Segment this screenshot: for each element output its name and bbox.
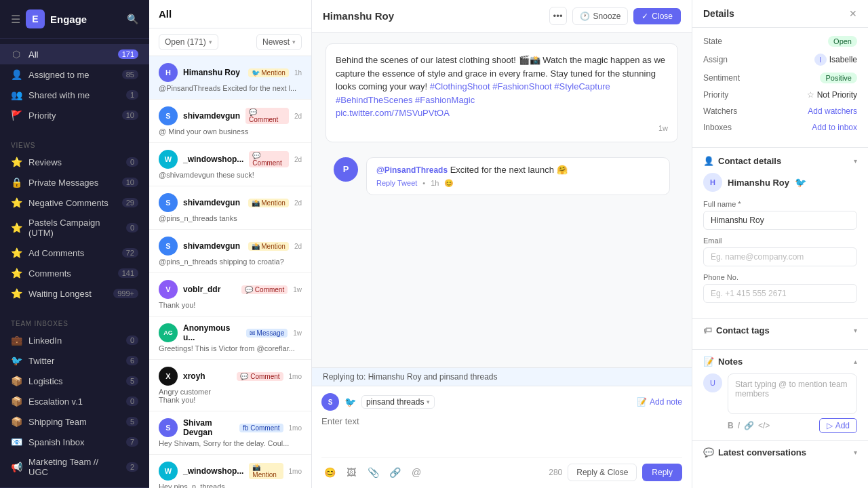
email-label: Email: [703, 237, 857, 245]
nav-item-marketing[interactable]: 📢 Marketing Team // UGC 2: [0, 452, 149, 482]
conv-top-row: S shivamdevgun 💬 Comment 2d: [159, 106, 302, 125]
nav-item-private[interactable]: 🔒 Private Messages 10: [0, 172, 149, 192]
reply-emoji[interactable]: 😊: [444, 179, 454, 188]
nav-item-comments[interactable]: ⭐ Comments 141: [0, 263, 149, 283]
comments-icon: ⭐: [11, 268, 22, 279]
conv-name: shivamdevgun: [183, 198, 243, 207]
latest-conv-header[interactable]: 💬 Latest conversations ▾: [703, 447, 857, 458]
list-item[interactable]: W _windowshop... 📸 Mention 1mo Hey pins_…: [149, 455, 311, 488]
notes-code-button[interactable]: </>: [758, 421, 770, 430]
list-item[interactable]: S shivamdevgun 📸 Mention 2d @pins_n_thre…: [149, 230, 311, 273]
priority-row: Priority ☆ Not Priority: [703, 90, 857, 100]
priority-value[interactable]: ☆ Not Priority: [807, 90, 857, 100]
conv-preview: @shivamdevgun these suck!: [159, 171, 302, 179]
add-note-button[interactable]: 📝 Add note: [637, 397, 682, 407]
list-item[interactable]: S Shivam Devgan fb Comment 1mo Hey Shiva…: [149, 411, 311, 455]
list-item[interactable]: AG Anonymous u... ✉ Message 1w Greetings…: [149, 317, 311, 360]
close-button[interactable]: ✓ Close: [633, 8, 681, 24]
search-button[interactable]: 🔍: [127, 14, 138, 24]
conv-time: 2d: [294, 243, 302, 250]
notes-italic-button[interactable]: I: [738, 421, 740, 430]
phone-input[interactable]: [703, 284, 857, 303]
notes-input[interactable]: Start typing @ to mention team members: [728, 373, 857, 414]
state-value[interactable]: Open: [828, 36, 857, 47]
nav-item-negative[interactable]: ⭐ Negative Comments 29: [0, 192, 149, 213]
reply-textarea[interactable]: [321, 416, 682, 450]
avatar: S: [159, 193, 178, 212]
more-options-button[interactable]: •••: [549, 7, 567, 25]
newest-filter-button[interactable]: Newest ▾: [256, 34, 302, 50]
nav-item-assigned[interactable]: 👤 Assigned to me 85: [0, 64, 149, 85]
attachment-button[interactable]: 📎: [365, 464, 381, 481]
conv-name: shivamdevgun: [183, 241, 243, 251]
details-panel: Details ✕ State Open Assign I Isabelle S…: [692, 0, 868, 488]
image-button[interactable]: 🔗: [387, 464, 403, 481]
tweet-hashtag[interactable]: #ClothingShoot #FashionShoot #StyleCaptu…: [336, 81, 610, 105]
nav-item-shared[interactable]: 👥 Shared with me 1: [0, 85, 149, 105]
char-count: 280: [549, 468, 562, 477]
tweet-link[interactable]: pic.twitter.com/7MSVuPVtOA: [336, 108, 450, 118]
watchers-value[interactable]: Add watchers: [808, 106, 857, 116]
contact-name-display: Himanshu Roy: [728, 178, 789, 188]
app-logo: E: [26, 9, 45, 28]
nav-label-twitter: Twitter: [28, 356, 119, 366]
notes-add-button[interactable]: ▷ Add: [819, 418, 857, 433]
sentiment-value[interactable]: Positive: [820, 73, 857, 83]
reply-tweet-link[interactable]: Reply Tweet: [376, 179, 417, 187]
inboxes-value[interactable]: Add to inbox: [812, 123, 857, 132]
shared-icon: 👥: [11, 89, 22, 100]
open-filter-chevron: ▾: [209, 39, 212, 45]
assign-value[interactable]: I Isabelle: [814, 54, 857, 66]
list-item[interactable]: S shivamdevgun 💬 Comment 2d @ Mind your …: [149, 100, 311, 143]
list-item[interactable]: V voblr_ddr 💬 Comment 1w Thank you!: [149, 273, 311, 317]
nav-label-shared: Shared with me: [28, 90, 119, 100]
gif-button[interactable]: 🖼: [343, 464, 359, 481]
nav-count-reviews: 0: [126, 157, 138, 167]
conv-top-row: H Himanshu Roy 🐦 Mention 1h: [159, 63, 302, 82]
notes-header[interactable]: 📝 Notes ▴: [703, 357, 857, 367]
nav-count-adcomments: 72: [122, 248, 138, 258]
left-sidebar: ☰ E Engage 🔍 ⬡ All 171 👤 Assigned to me …: [0, 0, 149, 488]
close-details-button[interactable]: ✕: [849, 8, 857, 19]
nav-item-adcomments[interactable]: ⭐ Ad Comments 72: [0, 243, 149, 263]
hamburger-button[interactable]: ☰: [11, 13, 20, 26]
nav-label-negative: Negative Comments: [28, 198, 115, 208]
reply-account-selector[interactable]: pinsand threads ▾: [361, 395, 435, 409]
snooze-button[interactable]: 🕐 Snooze: [572, 7, 629, 25]
nav-item-priority[interactable]: 🚩 Priority 10: [0, 105, 149, 125]
mention-button[interactable]: @: [408, 464, 425, 481]
nav-item-escalation[interactable]: 📦 Escalation v.1 0: [0, 391, 149, 411]
chat-panel: Himanshu Roy ••• 🕐 Snooze ✓ Close Behind…: [312, 0, 692, 488]
nav-item-linkedin[interactable]: 💼 LinkedIn 0: [0, 330, 149, 350]
sentiment-badge: Positive: [820, 73, 857, 83]
team-inboxes-title: TEAM INBOXES: [0, 314, 149, 330]
nav-item-shipping[interactable]: 📦 Shipping Team 5: [0, 411, 149, 432]
email-input[interactable]: [703, 247, 857, 266]
notes-bold-button[interactable]: B: [728, 421, 734, 430]
emoji-button[interactable]: 😊: [321, 464, 338, 481]
nav-item-all[interactable]: ⬡ All 171: [0, 44, 149, 64]
nav-item-waiting[interactable]: ⭐ Waiting Longest 999+: [0, 283, 149, 304]
nav-label-linkedin: LinkedIn: [28, 336, 119, 346]
reply-thread: P @PinsandThreads Excited for the next l…: [323, 150, 681, 202]
conv-time: 2d: [294, 199, 302, 207]
open-filter-button[interactable]: Open (171) ▾: [159, 34, 218, 50]
reply-and-close-button[interactable]: Reply & Close: [568, 464, 637, 481]
list-item[interactable]: X xroyh 💬 Comment 1mo Angry customer Tha…: [149, 360, 311, 411]
nav-item-spanish[interactable]: 📧 Spanish Inbox 7: [0, 432, 149, 452]
contact-details-header[interactable]: 👤 Contact details ▾: [703, 156, 857, 166]
notes-link-button[interactable]: 🔗: [744, 421, 754, 430]
full-name-input[interactable]: [703, 211, 857, 230]
reply-button[interactable]: Reply: [642, 464, 682, 481]
list-item[interactable]: W _windowshop... 💬 Comment 2d @shivamdev…: [149, 143, 311, 186]
contact-tags-header[interactable]: 🏷 Contact tags ▾: [703, 325, 857, 336]
nav-item-twitter[interactable]: 🐦 Twitter 6: [0, 350, 149, 371]
nav-item-logistics[interactable]: 📦 Logistics 5: [0, 371, 149, 391]
list-item[interactable]: H Himanshu Roy 🐦 Mention 1h @PinsandThre…: [149, 56, 311, 100]
notes-input-row: U Start typing @ to mention team members…: [703, 373, 857, 433]
list-item[interactable]: S shivamdevgun 📸 Mention 2d @pins_n_thre…: [149, 186, 311, 230]
nav-item-reviews[interactable]: ⭐ Reviews 0: [0, 152, 149, 172]
nav-count-negative: 29: [122, 198, 138, 207]
nav-item-pastels[interactable]: ⭐ Pastels Campaign (UTM) 0: [0, 213, 149, 243]
nav-label-assigned: Assigned to me: [28, 70, 115, 80]
